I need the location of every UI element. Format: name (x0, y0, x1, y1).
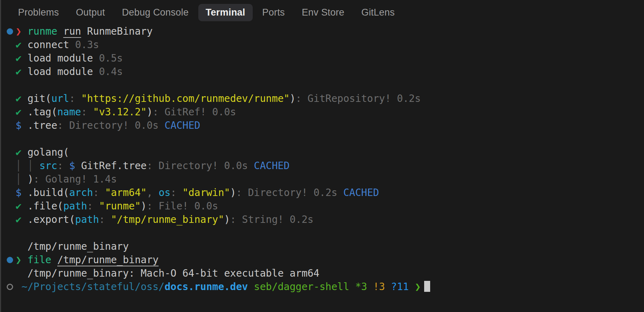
terminal-text-segment (51, 253, 57, 267)
terminal-text-segment (367, 280, 373, 294)
check-icon: ✔ (16, 146, 28, 159)
terminal-panel: ProblemsOutputDebug ConsoleTerminalPorts… (0, 0, 644, 312)
terminal-text-segment: : (87, 200, 99, 213)
terminal-line: /tmp/runme_binary: Mach-O 64-bit executa… (0, 267, 644, 280)
command-name: runme (28, 25, 57, 38)
tab-problems[interactable]: Problems (11, 4, 66, 21)
terminal-text-segment (248, 280, 254, 294)
cwd-repo: docs.runme.dev (164, 280, 248, 294)
tab-gitlens[interactable]: GitLens (354, 4, 402, 21)
string-value: "darwin" (182, 186, 230, 200)
terminal-gutter (0, 173, 16, 186)
running-dot-icon (7, 257, 13, 263)
terminal-gutter (0, 92, 16, 105)
result-type: : GitRef! 0.0s (153, 105, 236, 119)
result-type: : Directory! 0.0s (57, 119, 164, 132)
terminal-text-segment (409, 280, 415, 294)
terminal-text-segment: ) (141, 200, 147, 213)
tab-env-store[interactable]: Env Store (294, 4, 352, 21)
cached-badge: CACHED (343, 186, 379, 200)
terminal-text-segment: load module (28, 52, 99, 65)
terminal-text-segment: .tag( (28, 105, 57, 119)
terminal-text-segment: load module (28, 65, 99, 79)
running-dot-icon (7, 28, 13, 35)
terminal-gutter (0, 240, 16, 253)
terminal-line: ✔ .file(path: "runme"): File! 0.0s (0, 200, 644, 213)
terminal-text-segment: : (170, 186, 182, 200)
terminal-gutter (0, 105, 16, 119)
terminal-line: ~/Projects/stateful/oss/docs.runme.dev s… (0, 280, 644, 294)
shell-dollar: $ (69, 159, 75, 173)
arg-name: name (57, 105, 81, 119)
tab-terminal[interactable]: Terminal (198, 4, 253, 21)
terminal-text-segment: : (57, 159, 69, 173)
terminal-line: ✔ connect 0.3s (0, 38, 644, 52)
duration: 0.5s (99, 52, 123, 65)
terminal-gutter (0, 132, 16, 146)
terminal-text-segment: ) (230, 186, 236, 200)
command-output: /tmp/runme_binary: Mach-O 64-bit executa… (16, 267, 320, 280)
terminal-viewport[interactable]: ❯ runme run RunmeBinary✔ connect 0.3s✔ l… (0, 22, 644, 294)
terminal-gutter (0, 200, 16, 213)
string-value: "arm64" (105, 186, 147, 200)
git-untracked-count: ?11 (391, 280, 409, 294)
terminal-gutter (0, 146, 16, 159)
terminal-line (0, 226, 644, 240)
terminal-gutter (0, 213, 16, 226)
shell-dollar: $ (16, 119, 28, 132)
terminal-gutter (0, 226, 16, 240)
terminal-text-segment: .tree (28, 119, 57, 132)
check-icon: ✔ (16, 200, 28, 213)
result-type: : GitRepository! 0.2s (295, 92, 421, 105)
tab-output[interactable]: Output (69, 4, 112, 21)
indent-guide: │ (28, 159, 40, 173)
git-branch: seb/dagger-shell *3 (254, 280, 367, 294)
terminal-line: ❯ runme run RunmeBinary (0, 25, 644, 38)
terminal-gutter (0, 119, 16, 132)
terminal-text-segment: , (147, 186, 159, 200)
terminal-text-segment: .build( (28, 186, 69, 200)
terminal-line: ✔ git(url: "https://github.com/runmedev/… (0, 92, 644, 105)
check-icon: ✔ (16, 38, 28, 52)
prompt-chevron-icon: ❯ (16, 25, 28, 38)
string-value: "/tmp/runme_binary" (111, 213, 224, 226)
terminal-line: /tmp/runme_binary (0, 240, 644, 253)
terminal-gutter (0, 253, 16, 267)
terminal-text-segment: : (69, 92, 81, 105)
arg-name: arch (69, 186, 93, 200)
shell-dollar: $ (16, 186, 28, 200)
terminal-text-segment: connect (28, 38, 75, 52)
result-type: : File! 0.0s (147, 200, 218, 213)
prompt-chevron-icon: ❯ (415, 280, 421, 294)
terminal-link[interactable]: /tmp/runme_binary (57, 253, 159, 267)
cached-badge: CACHED (254, 159, 289, 173)
command-name: file (28, 253, 51, 267)
terminal-line: ✔ load module 0.5s (0, 52, 644, 65)
terminal-gutter (0, 267, 16, 280)
check-icon: ✔ (16, 105, 28, 119)
terminal-line (0, 132, 644, 146)
duration: 0.3s (75, 38, 99, 52)
terminal-line: ✔ .export(path: "/tmp/runme_binary"): St… (0, 213, 644, 226)
terminal-text-segment: : (99, 213, 111, 226)
tab-debug-console[interactable]: Debug Console (115, 4, 196, 21)
terminal-gutter (0, 79, 16, 92)
check-icon: ✔ (16, 92, 28, 105)
terminal-gutter (0, 65, 16, 79)
result-type: : Directory! 0.0s (147, 159, 254, 173)
terminal-text-segment (385, 280, 391, 294)
terminal-text-segment: ) (28, 173, 34, 186)
terminal-line: ✔ .tag(name: "v3.12.2"): GitRef! 0.0s (0, 105, 644, 119)
check-icon: ✔ (16, 213, 28, 226)
terminal-cursor (424, 281, 430, 292)
panel-tab-bar: ProblemsOutputDebug ConsoleTerminalPorts… (0, 0, 644, 22)
terminal-gutter (0, 159, 16, 173)
string-value: "runme" (99, 200, 141, 213)
terminal-line: │ ): Golang! 1.4s (0, 173, 644, 186)
terminal-text-segment: golang( (28, 146, 69, 159)
arg-name: path (75, 213, 99, 226)
tab-ports[interactable]: Ports (255, 4, 292, 21)
check-icon: ✔ (16, 52, 28, 65)
terminal-link[interactable]: run (63, 25, 81, 38)
command-arg: RunmeBinary (81, 25, 152, 38)
